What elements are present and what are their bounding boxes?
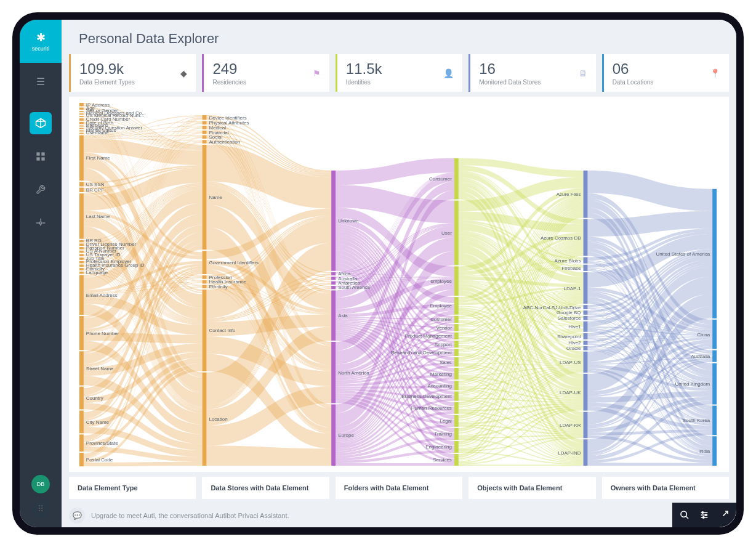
apps-launcher[interactable]: ⠿ [31, 500, 50, 518]
nav-item-tools[interactable] [30, 179, 52, 201]
col-header-owners: Owners with Data Element [602, 477, 729, 499]
svg-rect-187 [712, 406, 717, 436]
svg-rect-157 [584, 305, 588, 309]
svg-rect-89 [203, 285, 207, 288]
svg-text:LDAP-US: LDAP-US [560, 360, 581, 365]
svg-text:United Kingdom: United Kingdom [675, 381, 710, 387]
stat-card-locations[interactable]: 06 Data Locations 📍 [602, 54, 729, 92]
cube-icon [35, 118, 46, 129]
svg-text:Firebase: Firebase [561, 265, 581, 271]
svg-rect-0 [36, 152, 39, 155]
svg-rect-33 [79, 193, 84, 239]
user-icon: 👤 [443, 68, 454, 78]
svg-text:Europe: Europe [338, 432, 354, 438]
svg-text:Azure Blobs: Azure Blobs [555, 258, 581, 264]
stat-card-residencies[interactable]: 249 Residencies ⚑ [202, 54, 329, 92]
stat-label: Data Locations [613, 79, 654, 86]
svg-rect-105 [331, 290, 336, 340]
stat-card-identities[interactable]: 11.5k Identities 👤 [336, 54, 462, 92]
stat-label: Identities [346, 79, 382, 86]
svg-rect-133 [454, 381, 459, 390]
svg-rect-117 [454, 297, 459, 315]
header: Personal Data Explorer [62, 20, 736, 54]
svg-text:Street Name: Street Name [86, 366, 114, 371]
svg-rect-45 [79, 257, 84, 260]
expand-button[interactable] [715, 506, 733, 524]
svg-text:Services: Services [433, 457, 452, 463]
search-button[interactable] [676, 506, 693, 524]
svg-rect-91 [203, 290, 207, 371]
wrench-icon [36, 185, 46, 195]
svg-rect-113 [454, 201, 459, 265]
user-avatar[interactable]: DB [31, 475, 50, 493]
svg-rect-73 [203, 126, 207, 129]
search-icon [680, 510, 690, 520]
svg-text:Research and Development: Research and Development [391, 350, 452, 355]
svg-rect-175 [584, 412, 588, 439]
svg-rect-23 [79, 131, 84, 132]
svg-text:ABC-NorCal-SJ-Unit-Drive: ABC-NorCal-SJ-Unit-Drive [523, 305, 581, 310]
svg-rect-85 [203, 275, 207, 279]
svg-rect-149 [584, 219, 588, 256]
svg-rect-21 [79, 128, 84, 129]
bottom-toolbar [672, 503, 736, 527]
stat-value: 249 [212, 60, 246, 78]
svg-text:Oracle: Oracle [566, 346, 581, 351]
svg-rect-189 [712, 436, 717, 466]
svg-rect-93 [203, 373, 207, 466]
sankey-svg: IP AddressAgeSex or GenderMedical Diseas… [69, 97, 729, 472]
svg-rect-83 [203, 251, 207, 274]
svg-rect-99 [331, 277, 336, 280]
svg-rect-143 [454, 441, 459, 453]
col-header-stores: Data Stores with Data Element [202, 477, 329, 499]
svg-text:US SSN: US SSN [86, 182, 105, 187]
nav-item-settings[interactable] [30, 212, 52, 234]
svg-rect-71 [203, 121, 207, 125]
svg-text:Azure Cosmos DB: Azure Cosmos DB [541, 235, 581, 241]
svg-rect-103 [331, 286, 336, 289]
svg-rect-185 [712, 363, 717, 405]
svg-text:South Korea: South Korea [683, 418, 710, 423]
stat-card-stores[interactable]: 16 Monitored Data Stores 🖥 [468, 54, 595, 92]
svg-rect-161 [584, 316, 588, 320]
sankey-chart[interactable]: IP AddressAgeSex or GenderMedical Diseas… [69, 97, 729, 472]
stat-value: 16 [479, 60, 541, 78]
menu-toggle-button[interactable]: ☰ [31, 72, 50, 91]
svg-text:Country: Country [86, 395, 103, 401]
stat-card-element-types[interactable]: 109.9k Data Element Types ◆ [69, 54, 196, 92]
svg-rect-53 [79, 272, 84, 274]
svg-rect-29 [79, 182, 84, 186]
svg-rect-5 [79, 103, 84, 107]
svg-point-198 [702, 517, 704, 519]
svg-text:LDAP-IND: LDAP-IND [558, 450, 581, 456]
svg-rect-63 [79, 410, 84, 433]
svg-rect-41 [79, 251, 84, 253]
svg-text:Hive1: Hive1 [568, 324, 581, 330]
logo[interactable]: ✱ securiti [20, 20, 62, 63]
svg-text:Customer: Customer [430, 317, 452, 322]
svg-text:South America: South America [338, 285, 370, 290]
filter-button[interactable] [696, 506, 713, 524]
svg-rect-179 [712, 189, 717, 318]
svg-rect-55 [79, 275, 84, 315]
svg-line-192 [686, 516, 688, 519]
svg-rect-115 [454, 266, 459, 296]
col-header-element-type: Data Element Type [69, 477, 196, 499]
svg-rect-107 [331, 342, 336, 403]
svg-text:Username: Username [86, 130, 109, 136]
svg-text:Sharepoint: Sharepoint [557, 334, 581, 339]
footer-message: Upgrade to meet Auti, the conversational… [91, 512, 729, 519]
svg-text:Human Resources: Human Resources [411, 405, 452, 411]
svg-text:North America: North America [338, 370, 369, 376]
nav-item-explorer[interactable] [30, 112, 52, 134]
svg-text:Email Address: Email Address [86, 293, 118, 298]
svg-text:Name: Name [209, 195, 223, 200]
app-screen: ✱ securiti ☰ DB ⠿ [20, 20, 736, 527]
cube-icon: ◆ [180, 68, 187, 78]
svg-rect-59 [79, 351, 84, 385]
svg-text:Consumer: Consumer [429, 176, 452, 182]
stats-row: 109.9k Data Element Types ◆ 249 Residenc… [62, 54, 736, 97]
nav-item-dashboard[interactable] [30, 145, 52, 168]
svg-rect-37 [79, 243, 84, 246]
chat-icon[interactable]: 💬 [69, 508, 85, 524]
